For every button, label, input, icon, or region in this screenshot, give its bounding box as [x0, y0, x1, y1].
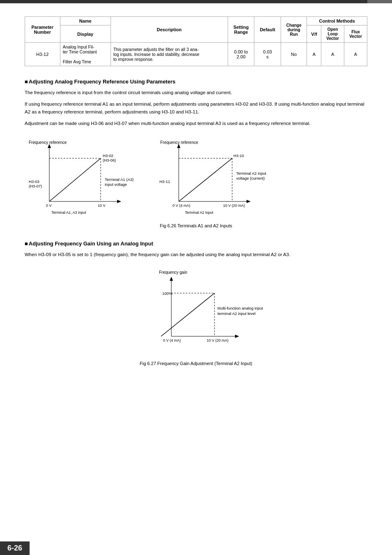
x-axis-arrow-right	[247, 200, 251, 203]
param-name-cell: Analog Input Fil-ter Time ConstantFilter…	[60, 43, 111, 66]
col-default-header: Default	[254, 17, 281, 43]
col-open-loop-header: OpenLoopVector	[321, 25, 344, 43]
terminal-a2-label: Terminal A2 input	[236, 171, 266, 176]
freq-gain-para1: When H3-09 or H3-05 is set to 1 (frequen…	[25, 251, 367, 258]
table-row: H3-12 Analog Input Fil-ter Time Constant…	[25, 43, 367, 66]
fig-caption-2: Fig 6.27 Frequency Gain Adjustment (Term…	[25, 361, 367, 366]
param-default-cell: 0.03s	[254, 43, 281, 66]
h302-label: H3-02	[103, 153, 113, 158]
col-param-number: ParameterNumber	[25, 17, 60, 43]
param-desc-cell: This parameter adjusts the filter on all…	[111, 43, 228, 66]
col-flux-header: FluxVector	[344, 25, 367, 43]
h306-label: (H3-06)	[103, 158, 116, 162]
terminal-a1-label2: input voltage	[105, 182, 127, 187]
fig-caption-1: Fig 6.26 Terminals A1 and A2 Inputs	[25, 223, 367, 228]
param-flux-cell: A	[344, 43, 367, 66]
x-start-label-left: 0 V	[46, 204, 52, 208]
diagrams-a1-a2: Frequency reference H3-02 (H3-06) H3-03 …	[25, 136, 367, 219]
terminal-a2-label2: voltage (current)	[236, 176, 265, 180]
diagram-a1-svg: Frequency reference H3-02 (H3-06) H3-03 …	[25, 136, 140, 218]
x-axis-arrow-gain	[235, 335, 239, 338]
y-pct-label: 100%	[162, 291, 173, 296]
h310-label: H3-10	[233, 153, 244, 158]
analog-freq-para1: The frequency reference is input from th…	[25, 89, 367, 96]
multi-func-label1: Multi-function analog input	[217, 306, 263, 310]
x-end-label-right: 10 V (20 mA)	[223, 204, 245, 208]
x-end-label-left: 10 V	[98, 204, 106, 208]
x-start-gain: 0 V (4 mA)	[163, 338, 181, 342]
param-openloop-cell: A	[321, 43, 344, 66]
top-bar	[0, 0, 392, 3]
col-vf-header: V/f	[307, 25, 321, 43]
diagram-a2: Frequency reference H3-10 H3-11	[156, 136, 284, 219]
terminal-a2-bottom: Terminal A2 input	[185, 210, 214, 215]
diagram-a2-svg: Frequency reference H3-10 H3-11	[156, 136, 284, 218]
terminal-a1-bottom: Terminal A1, A3 input	[51, 210, 86, 215]
analog-freq-para2: If using frequency reference terminal A1…	[25, 100, 367, 116]
param-range-cell: 0.00 to2.00	[228, 43, 254, 66]
diagram-gain-svg: Frequency gain 100% 0 V (4 mA) 10 V (20 …	[126, 266, 266, 357]
x-axis-arrow-left	[117, 200, 121, 203]
col-display-header: Display	[60, 25, 111, 43]
col-description-header: Description	[111, 17, 228, 43]
param-number-cell: H3-12	[25, 43, 60, 66]
svg-line-9	[179, 158, 232, 201]
h311-label: H3-11	[159, 179, 170, 184]
analog-freq-para3: Adjustment can be made using H3-06 and H…	[25, 120, 367, 127]
param-change-cell: No	[281, 43, 307, 66]
freq-ref-label-left: Frequency reference	[29, 140, 67, 145]
page-footer: 6-26	[0, 541, 30, 555]
freq-gain-label: Frequency gain	[159, 270, 187, 275]
param-vf-cell: A	[307, 43, 321, 66]
col-change-header: ChangeduringRun	[281, 17, 307, 43]
col-setting-range-header: SettingRange	[228, 17, 254, 43]
terminal-a1-label: Terminal A1 (A3)	[105, 177, 134, 182]
diagram-gain: Frequency gain 100% 0 V (4 mA) 10 V (20 …	[25, 266, 367, 357]
x-end-gain: 10 V (20 mA)	[207, 338, 228, 342]
x-start-label-right: 0 V (4 mA)	[173, 204, 190, 208]
parameter-table: ParameterNumber Name Description Setting…	[25, 16, 367, 66]
col-control-methods-header: Control Methods	[307, 17, 367, 25]
freq-ref-label-right: Frequency reference	[160, 140, 198, 145]
col-name-header: Name	[60, 17, 111, 25]
diagram-a1: Frequency reference H3-02 (H3-06) H3-03 …	[25, 136, 140, 219]
svg-line-14	[161, 293, 214, 336]
section-freq-gain-heading: Adjusting Frequency Gain Using an Analog…	[25, 240, 367, 247]
h303-label: H3-03	[29, 179, 39, 184]
top-bar-accent	[367, 0, 392, 3]
svg-line-4	[49, 158, 101, 201]
multi-func-label2: terminal A2 input level	[217, 311, 256, 316]
h307-label: (H3-07)	[29, 184, 42, 188]
y-axis-arrow-gain	[170, 277, 173, 281]
section-analog-freq-heading: Adjusting Analog Frequency Reference Usi…	[25, 79, 367, 85]
